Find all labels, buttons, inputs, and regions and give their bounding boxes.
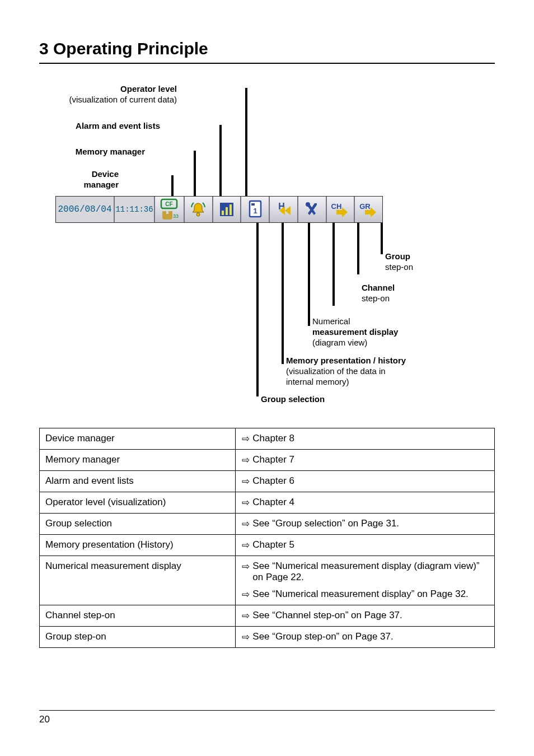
arrow-icon: ⇨ (241, 497, 250, 508)
page-footer: 20 (39, 710, 495, 725)
arrow-icon: ⇨ (241, 518, 250, 530)
reference-text: See “Group selection” on Page 31. (252, 518, 488, 529)
callout-line (282, 223, 284, 364)
toolbar-cf-icon: CF 33% (155, 197, 184, 222)
table-cell-left: Operator level (visualization) (40, 492, 236, 514)
callout-line (256, 223, 259, 396)
label-channel-stepon: Channel step-on (362, 283, 395, 304)
reference-text: See “Channel step-on” on Page 37. (252, 610, 488, 621)
callout-line (219, 125, 222, 196)
table-cell-left: Channel step-on (40, 605, 236, 627)
toolbar-tools-icon (297, 197, 326, 222)
arrow-icon: ⇨ (241, 433, 250, 445)
label-memory-presentation-plain2: internal memory) (286, 377, 406, 388)
table-cell-right: ⇨ Chapter 8 (235, 428, 494, 450)
svg-text:33%: 33% (173, 213, 179, 219)
arrow-icon: ⇨ (241, 631, 250, 643)
footer-rule (39, 710, 495, 711)
label-group-stepon: Group step-on (385, 251, 413, 273)
page-number: 20 (39, 714, 495, 725)
svg-rect-7 (229, 204, 232, 215)
device-toolbar: 2006/08/04 11:11:36 CF 33% (55, 196, 383, 223)
label-memory-presentation-bold: Memory presentation / history (286, 356, 406, 366)
toolbar-page-icon: 1 (240, 197, 269, 222)
toolbar-chart-icon (212, 197, 241, 222)
label-device-manager-bold2: manager (83, 180, 119, 190)
toolbar-date: 2006/08/04 (56, 197, 115, 222)
callout-line (194, 151, 196, 196)
label-device-manager: Device manager (83, 169, 119, 190)
label-group-stepon-bold: Group (385, 251, 413, 262)
label-memory-manager-bold: Memory manager (76, 147, 145, 157)
section-title: 3 Operating Principle (39, 39, 495, 58)
callout-line (171, 175, 174, 196)
callout-line (332, 223, 335, 306)
label-numerical-display-bold: measurement display (312, 327, 398, 338)
table-cell-left: Group step-on (40, 627, 236, 648)
toolbar-channel-step-icon: CH (326, 197, 354, 222)
svg-text:CF: CF (166, 201, 173, 207)
label-numerical-display-plain2: (diagram view) (312, 338, 398, 348)
callout-line (245, 88, 247, 196)
title-rule (39, 63, 495, 64)
table-cell-right: ⇨ Chapter 5 (235, 535, 494, 556)
toolbar-bell-icon (184, 197, 212, 222)
table-row: Numerical measurement display⇨ See “Nume… (40, 556, 495, 605)
reference-table: Device manager⇨ Chapter 8Memory manager⇨… (39, 428, 495, 648)
reference-text: Chapter 5 (252, 539, 488, 550)
arrow-icon: ⇨ (241, 561, 250, 572)
svg-rect-6 (226, 207, 228, 215)
table-cell-left: Group selection (40, 514, 236, 535)
label-numerical-display-plain1: Numerical (312, 316, 398, 327)
table-cell-right: ⇨ See “Channel step-on” on Page 37. (235, 605, 494, 627)
reference-text: See “Numerical measurement display (diag… (252, 561, 488, 583)
toolbar-time: 11:11:36 (115, 197, 155, 222)
table-row: Memory manager⇨ Chapter 7 (40, 450, 495, 471)
arrow-icon: ⇨ (241, 539, 250, 551)
label-alarm-lists: Alarm and event lists (76, 121, 160, 132)
table-cell-right: ⇨ Chapter 4 (235, 492, 494, 514)
reference-text: See “Group step-on” on Page 37. (252, 631, 488, 642)
label-memory-presentation-plain1: (visualization of the data in (286, 366, 406, 377)
table-row: Alarm and event lists⇨ Chapter 6 (40, 471, 495, 492)
label-memory-manager: Memory manager (76, 147, 145, 157)
table-cell-right: ⇨ Chapter 7 (235, 450, 494, 471)
arrow-icon: ⇨ (241, 610, 250, 622)
table-row: Operator level (visualization)⇨ Chapter … (40, 492, 495, 514)
svg-text:GR: GR (359, 202, 371, 211)
table-row: Group step-on⇨ See “Group step-on” on Pa… (40, 627, 495, 648)
label-channel-stepon-bold: Channel (362, 283, 395, 293)
callout-line (381, 223, 383, 254)
svg-text:1: 1 (253, 207, 257, 215)
label-alarm-lists-bold: Alarm and event lists (76, 121, 160, 132)
svg-rect-9 (251, 203, 255, 206)
callout-line (308, 223, 310, 326)
table-cell-left: Memory presentation (History) (40, 535, 236, 556)
label-operator-level: Operator level (visualization of current… (69, 84, 177, 105)
reference-text: Chapter 8 (252, 433, 488, 444)
svg-rect-5 (222, 211, 224, 215)
table-cell-left: Numerical measurement display (40, 556, 236, 605)
arrow-icon: ⇨ (241, 475, 250, 487)
table-cell-right: ⇨ See “Group selection” on Page 31. (235, 514, 494, 535)
table-row: Device manager⇨ Chapter 8 (40, 428, 495, 450)
arrow-icon: ⇨ (241, 454, 250, 466)
label-group-selection: Group selection (261, 394, 325, 405)
reference-text: Chapter 6 (252, 475, 488, 487)
reference-text: Chapter 7 (252, 454, 488, 465)
label-group-stepon-plain: step-on (385, 262, 413, 273)
label-operator-level-plain: (visualization of current data) (69, 95, 177, 105)
callout-line (357, 223, 359, 274)
svg-text:CH: CH (331, 202, 341, 211)
table-cell-right: ⇨ See “Numerical measurement display (di… (235, 556, 494, 605)
label-numerical-display: Numerical measurement display (diagram v… (312, 316, 398, 348)
toolbar-group-step-icon: GR (354, 197, 382, 222)
label-channel-stepon-plain: step-on (362, 293, 395, 304)
table-cell-left: Alarm and event lists (40, 471, 236, 492)
table-row: Channel step-on⇨ See “Channel step-on” o… (40, 605, 495, 627)
toolbar-history-icon: H (269, 197, 297, 222)
table-row: Memory presentation (History)⇨ Chapter 5 (40, 535, 495, 556)
label-device-manager-bold1: Device (83, 169, 119, 180)
table-cell-left: Memory manager (40, 450, 236, 471)
table-cell-right: ⇨ Chapter 6 (235, 471, 494, 492)
